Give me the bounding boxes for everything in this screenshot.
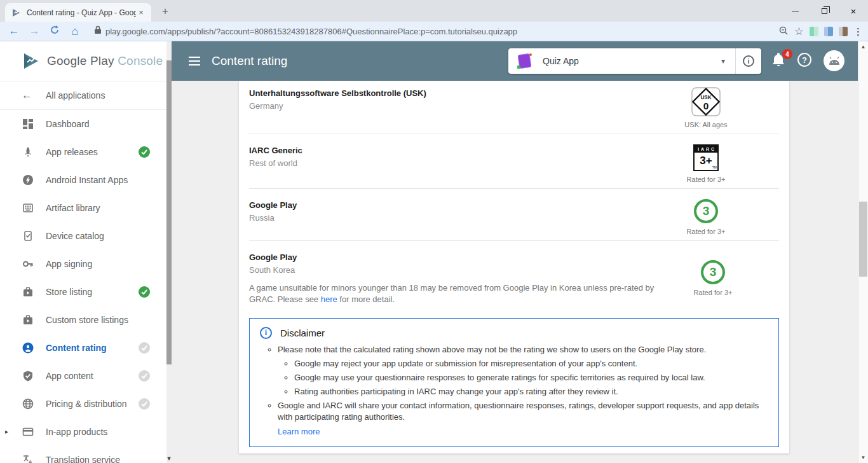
sidebar-item-dashboard[interactable]: Dashboard xyxy=(0,110,166,138)
sidebar-item-app-content[interactable]: App content xyxy=(0,362,166,390)
sidebar-item-content-rating[interactable]: Content rating xyxy=(0,334,166,362)
browser-reload-icon[interactable] xyxy=(44,25,65,38)
badge-caption: USK: All ages xyxy=(684,121,727,128)
status-done-icon xyxy=(139,286,150,298)
window-close-button[interactable]: × xyxy=(839,0,868,22)
sidebar-item-android-instant-apps[interactable]: Android Instant Apps xyxy=(0,166,166,194)
sidebar-item-translation-service[interactable]: A Translation service xyxy=(0,446,166,463)
browser-titlebar: Content rating - Quiz App - Goog × + × xyxy=(0,0,868,22)
badge-caption: Rated for 3+ xyxy=(687,176,726,183)
credit-card-icon xyxy=(22,425,34,438)
bookmark-star-icon[interactable]: ☆ xyxy=(794,25,804,38)
device-catalog-icon xyxy=(22,230,34,242)
sidebar-item-all-applications[interactable]: ← All applications xyxy=(0,81,166,110)
rating-authority: Unterhaltungssoftware Selbstkontrolle (U… xyxy=(249,88,426,98)
play-console-logo-icon xyxy=(22,52,41,71)
window-restore-button[interactable] xyxy=(810,0,839,22)
play-console-favicon xyxy=(11,8,22,18)
key-icon xyxy=(22,258,34,270)
main-scrollbar[interactable]: ▲ ▼ xyxy=(858,41,868,463)
app-info-icon[interactable]: i xyxy=(743,55,754,67)
sidebar-item-in-app-products[interactable]: ▸ In-app products xyxy=(0,418,166,446)
status-pending-icon xyxy=(139,370,150,382)
rating-row-google-play-south-korea: Google Play South Korea A game unsuitabl… xyxy=(249,241,779,310)
store-listing-icon xyxy=(22,286,34,298)
android-icon xyxy=(828,57,841,66)
https-lock-icon xyxy=(94,25,102,37)
browser-forward-icon[interactable]: → xyxy=(24,25,44,38)
quiz-app-icon xyxy=(517,53,532,69)
learn-more-link[interactable]: Learn more xyxy=(278,426,768,438)
svg-text:A: A xyxy=(29,459,33,463)
chevron-down-icon[interactable]: ▾ xyxy=(721,57,725,66)
grac-here-link[interactable]: here xyxy=(321,294,337,304)
extension-icon[interactable] xyxy=(810,27,818,36)
extension-icon[interactable] xyxy=(839,27,848,36)
window-minimize-button[interactable] xyxy=(780,0,810,22)
sidebar-scrollbar-thumb[interactable] xyxy=(166,60,172,364)
content-rating-card: Unterhaltungssoftware Selbstkontrolle (U… xyxy=(239,81,789,453)
app-header: Content rating Quiz App ▾ i 4 ? xyxy=(172,41,858,81)
rating-authority: Google Play xyxy=(249,200,297,210)
rating-row-google-play-russia: Google Play Russia 3 Rated for 3+ xyxy=(249,189,779,241)
rating-region: Rest of world xyxy=(249,158,302,168)
sidebar: Google Play Console ← All applications D… xyxy=(0,41,166,463)
instant-apps-icon xyxy=(22,174,34,186)
new-tab-button[interactable]: + xyxy=(158,5,173,18)
rating-region: Germany xyxy=(249,101,426,111)
notifications-button[interactable]: 4 xyxy=(771,52,790,71)
disclaimer-bullet: Please note that the calculated rating s… xyxy=(278,344,768,397)
app-selector[interactable]: Quiz App ▾ i xyxy=(508,48,761,74)
disclaimer-title: Disclaimer xyxy=(280,328,325,338)
scroll-down-icon[interactable]: ▼ xyxy=(858,455,868,460)
rating-row-usk: Unterhaltungssoftware Selbstkontrolle (U… xyxy=(249,81,779,134)
logo-text-console: Console xyxy=(118,54,163,67)
disclaimer-sub-bullet: Google may reject your app update or sub… xyxy=(294,358,768,370)
rating-row-iarc: IARC Generic Rest of world IARC 3+TM Rat… xyxy=(249,134,779,189)
expand-right-icon[interactable]: ▸ xyxy=(5,428,8,435)
grac-note: A game unsuitable for minors younger tha… xyxy=(249,282,662,305)
info-icon: i xyxy=(260,327,272,339)
zoom-icon[interactable] xyxy=(778,25,789,38)
rated-3-badge: 3 xyxy=(701,260,725,284)
page-title: Content rating xyxy=(212,54,287,68)
sidebar-item-app-releases[interactable]: App releases xyxy=(0,138,166,166)
rating-authority: IARC Generic xyxy=(249,146,302,155)
url-address[interactable]: play.google.com/apps/publish/?account=80… xyxy=(105,27,715,36)
sidebar-item-pricing-distribution[interactable]: Pricing & distribution xyxy=(0,390,166,418)
browser-menu-icon[interactable]: ⋮ xyxy=(853,26,863,38)
badge-caption: Rated for 3+ xyxy=(694,289,733,296)
rocket-icon xyxy=(22,146,34,158)
svg-text:0: 0 xyxy=(703,100,709,111)
rating-region: Russia xyxy=(249,213,297,223)
browser-tab[interactable]: Content rating - Quiz App - Goog × xyxy=(5,3,151,22)
artifact-library-icon xyxy=(22,202,34,214)
disclaimer-box: i Disclaimer Please note that the calcul… xyxy=(249,318,779,447)
sidebar-item-device-catalog[interactable]: Device catalog xyxy=(0,222,166,250)
extension-icon[interactable] xyxy=(824,27,833,36)
main-scrollbar-thumb[interactable] xyxy=(859,202,867,277)
sidebar-item-artifact-library[interactable]: Artifact library xyxy=(0,194,166,222)
sidebar-item-store-listing[interactable]: Store listing xyxy=(0,278,166,306)
scroll-up-icon[interactable]: ▲ xyxy=(858,44,868,50)
rated-3-badge: 3 xyxy=(694,199,718,223)
hamburger-menu-icon[interactable] xyxy=(189,57,200,66)
badge-caption: Rated for 3+ xyxy=(687,228,726,235)
usk-0-badge: USK 0 xyxy=(691,87,721,116)
browser-back-icon[interactable]: ← xyxy=(4,25,24,38)
account-avatar[interactable] xyxy=(824,50,844,71)
browser-urlbar: ← → ⌂ play.google.com/apps/publish/?acco… xyxy=(0,22,868,41)
sidebar-scrollbar[interactable]: ▼ xyxy=(166,41,172,463)
status-pending-icon xyxy=(139,398,150,410)
browser-home-icon[interactable]: ⌂ xyxy=(65,25,85,38)
translate-icon: A xyxy=(22,453,34,463)
rating-authority: Google Play xyxy=(249,252,662,262)
content-rating-icon xyxy=(22,342,34,354)
play-console-logo[interactable]: Google Play Console xyxy=(0,41,166,81)
sidebar-item-app-signing[interactable]: App signing xyxy=(0,250,166,278)
content-area: Unterhaltungssoftware Selbstkontrolle (U… xyxy=(172,81,858,463)
sidebar-item-custom-store-listings[interactable]: Custom store listings xyxy=(0,306,166,334)
shield-check-icon xyxy=(22,370,34,382)
tab-close-icon[interactable]: × xyxy=(136,8,146,17)
help-button[interactable]: ? xyxy=(797,53,811,67)
